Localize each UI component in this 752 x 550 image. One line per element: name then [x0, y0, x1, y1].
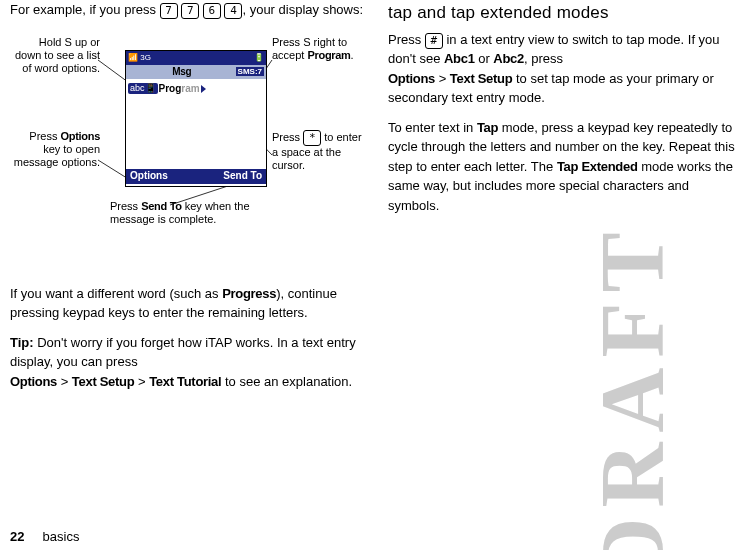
r1-or: or [475, 51, 494, 66]
tip-end: to see an explanation. [221, 374, 352, 389]
tip-s2: > [134, 374, 149, 389]
phone-body: abc📱 Program [126, 79, 266, 169]
ps-pre: Press [272, 131, 303, 143]
r1-pre: Press [388, 32, 425, 47]
r2-tap: Tap [477, 120, 498, 135]
typed-word: Program [159, 83, 200, 95]
phone-title-bar: Msg SMS:7 [126, 65, 266, 79]
tip-label: Tip: [10, 335, 34, 350]
intro-post: , your display shows: [242, 2, 363, 17]
st-bold: Send To [141, 200, 181, 212]
star-key: * [303, 130, 321, 146]
key-7b: 7 [181, 3, 199, 19]
title-left: Msg [128, 66, 236, 78]
section-label: basics [43, 529, 80, 544]
cr-post: . [351, 49, 354, 61]
section-heading: tap and tap extended modes [388, 0, 742, 26]
st-pre: Press [110, 200, 141, 212]
page-footer: 22 basics [10, 527, 79, 547]
title-right: SMS:7 [236, 67, 264, 77]
page-number: 22 [10, 529, 24, 544]
ad-pre: If you want a different word (such as [10, 286, 222, 301]
intro-line: For example, if you press 7 7 6 4, your … [10, 0, 364, 20]
after-diagram: If you want a different word (such as Pr… [10, 284, 364, 323]
callout-hold-up: Hold S up or down to see a list of word … [10, 36, 100, 76]
abc1: Abc1 [444, 51, 475, 66]
soft-right: Send To [223, 170, 262, 182]
right-column: tap and tap extended modes Press # in a … [388, 0, 742, 401]
r1-opt: Options [388, 71, 435, 86]
typed: Prog [159, 83, 182, 94]
key-7a: 7 [160, 3, 178, 19]
phone-softkeys: Options Send To [126, 169, 266, 184]
entry-bar: abc📱 Program [126, 79, 208, 95]
right-p1: Press # in a text entry view to switch t… [388, 30, 742, 108]
tip-p2: Text Setup [72, 374, 135, 389]
intro-pre: For example, if you press [10, 2, 160, 17]
page-content: For example, if you press 7 7 6 4, your … [0, 0, 752, 401]
r1-post: , press [524, 51, 563, 66]
r1-ts: Text Setup [450, 71, 513, 86]
tip-body: Don't worry if you forget how iTAP works… [10, 335, 356, 370]
key-4: 4 [224, 3, 242, 19]
phone-status-bar: 📶 3G 🔋 [126, 51, 266, 65]
abc2: Abc2 [493, 51, 524, 66]
left-column: For example, if you press 7 7 6 4, your … [10, 0, 364, 401]
phone-diagram: Hold S up or down to see a list of word … [10, 30, 350, 270]
cr-bold: Program [307, 49, 350, 61]
ad-bold: Progress [222, 286, 276, 301]
key-6: 6 [203, 3, 221, 19]
callout-sendto: Press Send To key when the message is co… [110, 200, 270, 226]
callout-press-star: Press * to enter a space at the cursor. [272, 130, 362, 172]
callout-press-right: Press S right to accept Program. [272, 36, 362, 62]
callout-options-key: Press Options key to open message option… [10, 130, 100, 170]
status-left: 📶 3G [128, 53, 151, 63]
r2-tapext: Tap Extended [557, 159, 638, 174]
tip-p1: Options [10, 374, 57, 389]
tip-p3: Text Tutorial [149, 374, 221, 389]
arrow-right-icon [201, 85, 206, 93]
status-right: 🔋 [254, 53, 264, 63]
r1-sep: > [435, 71, 450, 86]
r2-pre: To enter text in [388, 120, 477, 135]
tip-s1: > [57, 374, 72, 389]
hash-key: # [425, 33, 443, 49]
phone-screen: 📶 3G 🔋 Msg SMS:7 abc📱 Program [125, 50, 267, 187]
right-p2: To enter text in Tap mode, press a keypa… [388, 118, 742, 216]
soft-left: Options [130, 170, 168, 182]
tip-paragraph: Tip: Don't worry if you forget how iTAP … [10, 333, 364, 392]
ghost: ram [181, 83, 199, 94]
abc-chip: abc📱 [128, 83, 158, 94]
